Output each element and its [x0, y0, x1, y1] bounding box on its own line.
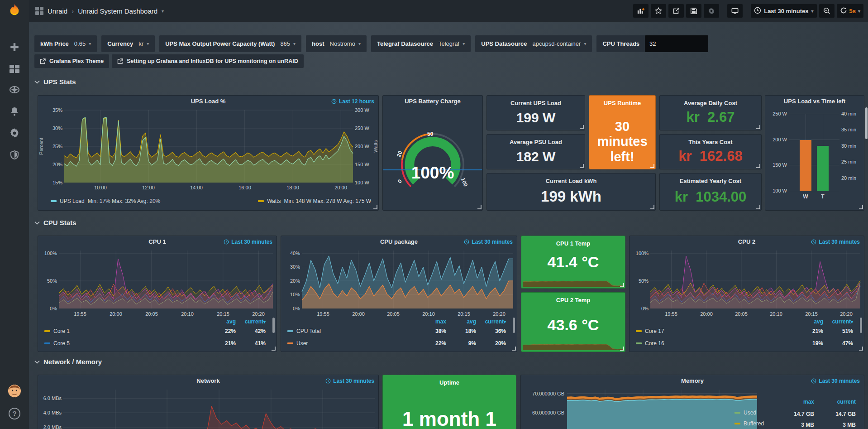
stat-title[interactable]: Average PSU Load [487, 139, 585, 145]
explore-compass-icon[interactable] [9, 84, 20, 95]
legend-series-name[interactable]: Core 1 [53, 328, 70, 334]
panel-resize-handle[interactable] [859, 347, 863, 351]
panel-resize-handle[interactable] [373, 205, 377, 209]
server-admin-shield-icon[interactable] [9, 149, 20, 160]
user-avatar[interactable] [8, 384, 21, 398]
stat-title[interactable]: Current UPS Load [487, 100, 585, 106]
dashboards-icon[interactable] [9, 63, 20, 74]
dashboard-title[interactable]: Unraid System Dashboard [78, 7, 157, 15]
legend-series-name[interactable]: Watts [267, 198, 281, 204]
alerting-bell-icon[interactable] [9, 106, 20, 117]
legend-header-current[interactable]: current▾ [236, 318, 266, 325]
panel-resize-handle[interactable] [580, 125, 584, 129]
stat-title[interactable]: UPS Runtime [589, 100, 655, 106]
variable-cpu-threads: CPU Threads [596, 35, 708, 52]
section-network-memory[interactable]: Network / Memory [34, 358, 102, 366]
variable-value-dropdown[interactable]: Telegraf▾ [439, 40, 465, 47]
section-title: CPU Stats [43, 219, 76, 227]
link-grafana-plex-theme[interactable]: Grafana Plex Theme [34, 54, 109, 68]
save-button[interactable] [686, 4, 701, 18]
legend-header-avg[interactable]: avg [796, 318, 823, 325]
variable-value-dropdown[interactable]: Nostromo▾ [330, 40, 361, 47]
panel-title[interactable]: UPS Load % [38, 96, 378, 107]
stat-title[interactable]: Current Load kWh [487, 178, 655, 184]
variable-value-dropdown[interactable]: 865▾ [280, 40, 296, 47]
star-button[interactable] [651, 4, 666, 18]
stat-title[interactable]: Estimated Yearly Cost [660, 178, 761, 184]
cpu2-chart[interactable] [650, 251, 860, 308]
breadcrumb-app[interactable]: Unraid [48, 7, 67, 15]
refresh-caret-icon[interactable]: ▾ [858, 9, 860, 14]
panel-resize-handle[interactable] [580, 164, 584, 168]
stat-title[interactable]: CPU 1 Temp [521, 240, 625, 247]
legend-series-name[interactable]: Core 17 [645, 328, 664, 334]
share-button[interactable] [668, 4, 684, 18]
refresh-button[interactable]: 5s ▾ [837, 4, 864, 18]
configuration-gear-icon[interactable] [9, 128, 20, 139]
memory-chart[interactable] [567, 390, 757, 429]
legend-header-avg[interactable]: avg [449, 318, 476, 325]
panel-resize-handle[interactable] [620, 283, 624, 287]
cpu-package-chart[interactable] [302, 251, 513, 308]
panel-title[interactable]: UPS Battery Charge [383, 96, 482, 107]
panel-resize-handle[interactable] [477, 205, 482, 209]
panel-resize-handle[interactable] [650, 164, 654, 168]
cycle-view-monitor-button[interactable] [727, 4, 743, 18]
dashboard-settings-button[interactable] [704, 4, 719, 18]
panel-resize-handle[interactable] [620, 347, 624, 351]
bar-time-left[interactable] [817, 146, 829, 191]
bar-chart-plot[interactable] [789, 114, 839, 191]
stat-title[interactable]: This Years Cost [660, 139, 761, 145]
x-tick: 20:15 [458, 311, 470, 317]
panel-resize-handle[interactable] [272, 347, 276, 351]
cpu1-chart[interactable] [59, 251, 273, 308]
pan el-resize-handle[interactable] [650, 205, 654, 209]
panel-title[interactable]: UPS Load vs Time left [765, 96, 864, 107]
panel-resize-handle[interactable] [512, 347, 516, 351]
panel-resize-handle[interactable] [756, 125, 760, 129]
panel-resize-handle[interactable] [756, 164, 760, 168]
legend-series-name[interactable]: Core 16 [645, 340, 664, 347]
legend-series-name[interactable]: UPS Load [60, 198, 85, 204]
refresh-interval-label[interactable]: 5s [849, 8, 856, 14]
legend-header-current[interactable]: current▾ [823, 318, 853, 325]
legend-scrollbar[interactable] [860, 318, 862, 333]
page-scrollbar-thumb[interactable] [865, 107, 868, 139]
legend-series-name[interactable]: User [296, 340, 308, 347]
link-ups-monitoring-guide[interactable]: Setting up Grafana and InfluxDB for UPS … [112, 54, 303, 68]
section-cpu-stats[interactable]: CPU Stats [34, 219, 76, 227]
bar-watts[interactable] [800, 140, 811, 191]
stat-value: kr 1034.00 [660, 189, 761, 205]
panel-resize-handle[interactable] [859, 205, 863, 209]
legend-series-name[interactable]: CPU Total [296, 328, 321, 334]
grafana-logo[interactable] [8, 4, 21, 18]
create-plus-icon[interactable] [9, 42, 20, 53]
legend-series-name[interactable]: Buffered [744, 420, 764, 427]
stat-title[interactable]: Average Daily Cost [660, 100, 761, 106]
legend-header-current[interactable]: current [820, 399, 856, 405]
legend-header-current[interactable]: current▾ [476, 318, 506, 325]
stat-title[interactable]: Uptime [383, 379, 516, 386]
title-chevron-down-icon[interactable]: ▾ [162, 9, 164, 14]
panel-resize-handle[interactable] [756, 205, 760, 209]
dashboard-grid-icon[interactable] [35, 7, 43, 15]
legend-header-max[interactable]: max [782, 399, 814, 405]
variable-value-dropdown[interactable]: kr▾ [138, 40, 149, 47]
zoom-out-button[interactable] [819, 4, 835, 18]
legend-series-name[interactable]: Core 5 [53, 340, 70, 347]
add-panel-button[interactable] [633, 4, 649, 18]
legend-series-name[interactable]: Used [744, 410, 756, 416]
legend-header-max[interactable]: max [419, 318, 446, 325]
section-ups-stats[interactable]: UPS Stats [34, 78, 76, 86]
legend-header-avg[interactable]: avg [209, 318, 236, 325]
variable-value-dropdown[interactable]: 0.65▾ [74, 40, 91, 47]
stat-title[interactable]: CPU 2 Temp [521, 297, 625, 304]
cpu-threads-input[interactable] [645, 35, 708, 52]
network-chart[interactable] [63, 390, 375, 429]
time-range-picker[interactable]: Last 30 minutes ▾ [751, 4, 816, 18]
legend-scrollbar[interactable] [513, 318, 515, 333]
help-icon[interactable]: ? [9, 408, 20, 419]
variable-value-dropdown[interactable]: apcupsd-container▾ [532, 40, 586, 47]
ups-load-chart[interactable] [64, 110, 353, 183]
legend-scrollbar[interactable] [272, 318, 275, 333]
